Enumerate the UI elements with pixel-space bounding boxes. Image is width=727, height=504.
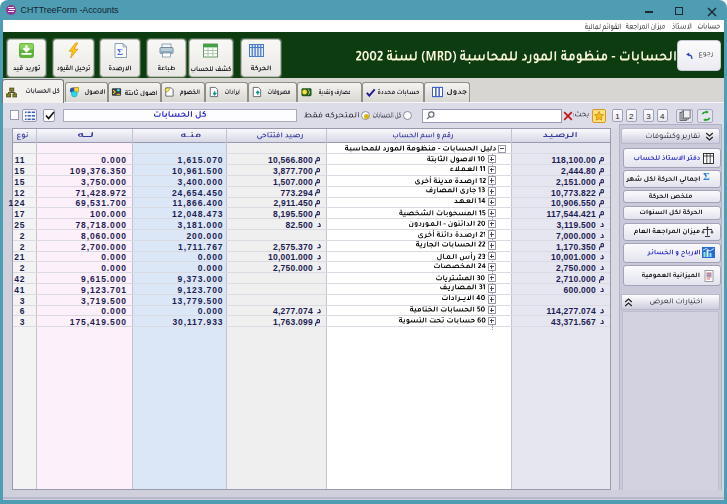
svg-text:Σ: Σ bbox=[117, 47, 123, 57]
